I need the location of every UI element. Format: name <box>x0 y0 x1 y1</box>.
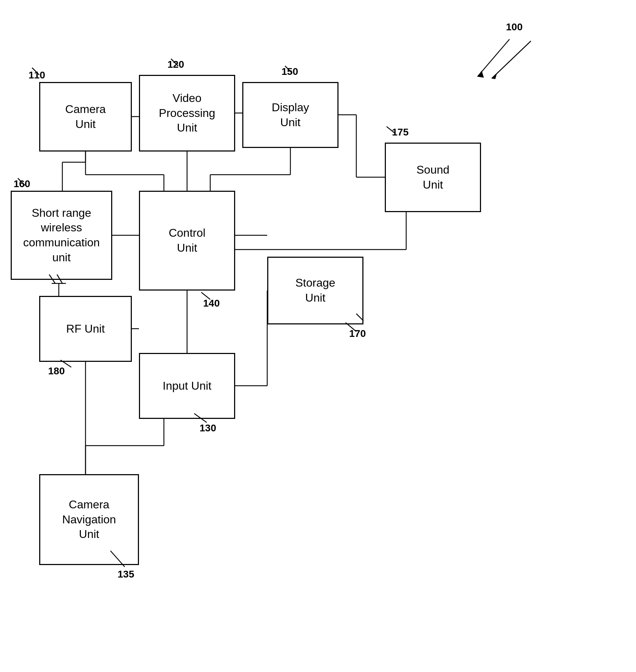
ref-135: 135 <box>118 569 134 580</box>
sound-unit-box: SoundUnit <box>385 143 481 212</box>
control-unit-label: ControlUnit <box>169 226 205 255</box>
ref-120: 120 <box>167 59 184 70</box>
ref-175: 175 <box>392 127 409 138</box>
input-unit-box: Input Unit <box>139 353 235 419</box>
storage-unit-label: StorageUnit <box>295 276 335 305</box>
short-range-wireless-label: Short rangewirelesscommunicationunit <box>23 206 100 265</box>
svg-marker-1 <box>492 73 497 79</box>
control-unit-box: ControlUnit <box>139 191 235 291</box>
camera-unit-box: CameraUnit <box>39 82 132 152</box>
ref-100: 100 <box>506 21 523 33</box>
ref-160: 160 <box>14 178 30 190</box>
svg-marker-45 <box>477 71 484 78</box>
input-unit-label: Input Unit <box>163 379 212 394</box>
camera-unit-label: CameraUnit <box>65 102 106 132</box>
ref-140: 140 <box>203 298 220 309</box>
display-unit-box: DisplayUnit <box>242 82 338 148</box>
rf-unit-label: RF Unit <box>66 322 105 337</box>
ref-130: 130 <box>200 422 216 434</box>
svg-line-0 <box>492 41 531 78</box>
video-processing-unit-box: VideoProcessingUnit <box>139 75 235 152</box>
ref-170: 170 <box>349 328 366 339</box>
camera-navigation-unit-label: CameraNavigationUnit <box>62 497 116 542</box>
ref-150: 150 <box>281 66 298 77</box>
sound-unit-label: SoundUnit <box>417 163 450 192</box>
ref-180: 180 <box>48 365 65 377</box>
rf-unit-box: RF Unit <box>39 296 132 362</box>
svg-line-44 <box>477 39 510 77</box>
camera-navigation-unit-box: CameraNavigationUnit <box>39 474 139 565</box>
storage-unit-box: StorageUnit <box>267 257 363 324</box>
ref-110: 110 <box>29 70 45 81</box>
video-processing-unit-label: VideoProcessingUnit <box>159 91 215 135</box>
display-unit-label: DisplayUnit <box>272 100 309 130</box>
short-range-wireless-box: Short rangewirelesscommunicationunit <box>11 191 112 280</box>
